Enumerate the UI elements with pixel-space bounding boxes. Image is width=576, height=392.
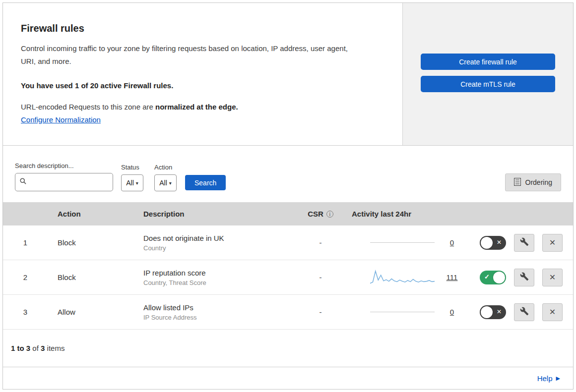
filter-bar: Search description... Status All ▾ Actio… [3,146,573,202]
items-of-label: of [32,344,39,352]
close-icon: ✕ [549,273,556,282]
rule-description: Allow listed IPs [143,303,296,312]
configure-normalization-link[interactable]: Configure Normalization [21,115,101,124]
rule-csr-value: - [296,273,345,281]
rule-description: IP reputation score [143,269,296,277]
help-link[interactable]: Help ▶ [537,374,560,383]
action-selected-value: All [159,179,167,187]
csr-column-label: CSR [308,210,323,218]
rule-action: Block [48,273,132,281]
actions-panel: Create firewall rule Create mTLS rule [402,3,573,145]
rule-action: Allow [48,308,132,316]
normalization-bold: normalized at the edge. [155,103,238,111]
ordering-list-icon [514,178,521,187]
delete-rule-button[interactable]: ✕ [542,303,563,321]
items-total: 3 [41,344,45,352]
rule-action: Block [48,238,132,247]
rule-activity-cell: 111 [345,269,464,286]
table-footer: 1 to 3 of 3 items [3,330,573,367]
rule-priority: 3 [3,308,48,316]
status-filter-group: Status All ▾ [121,164,143,191]
edit-rule-button[interactable] [514,303,534,321]
rule-enabled-toggle[interactable]: ✓ ✕ [480,305,506,319]
action-label: Action [154,164,177,171]
firewall-rules-page: Firewall rules Control incoming traffic … [2,2,574,390]
usage-text: You have used 1 of 20 active Firewall ru… [21,81,387,90]
x-icon: ✕ [497,308,502,315]
table-row: 3 Allow Allow listed IPs IP Source Addre… [3,295,573,330]
status-label: Status [121,164,143,171]
csr-column-header: CSRi [296,210,345,218]
help-bar: Help ▶ [3,367,573,389]
action-column-header: Action [48,210,132,218]
rule-controls: ✓ ✕ ✕ [464,303,573,321]
action-select[interactable]: All ▾ [154,174,177,191]
rule-priority: 1 [3,238,48,247]
activity-column-header: Activity last 24hr [345,210,464,218]
description-column-header: Description [132,210,296,218]
ordering-button-label: Ordering [525,178,552,186]
rule-description-cell: IP reputation score Country, Threat Scor… [132,269,296,286]
rule-criteria: Country, Threat Score [143,279,296,286]
edit-rule-button[interactable] [514,234,534,252]
header-text-block: Firewall rules Control incoming traffic … [3,3,402,145]
search-group: Search description... [15,162,113,191]
header-section: Firewall rules Control incoming traffic … [3,3,573,146]
activity-sparkline-flat [370,242,435,243]
chevron-right-icon: ▶ [556,375,560,382]
normalization-text: URL-encoded Requests to this zone are no… [21,103,387,111]
rule-criteria: Country [143,244,296,252]
search-input[interactable] [15,173,113,191]
rule-description-cell: Does not originate in UK Country [132,234,296,252]
rule-csr-value: - [296,308,345,316]
items-word: items [47,344,65,352]
activity-sparkline [370,269,435,286]
status-select[interactable]: All ▾ [121,174,143,191]
rule-controls: ✓ ✕ ✕ [464,269,573,286]
ordering-button[interactable]: Ordering [505,173,561,191]
rule-controls: ✓ ✕ ✕ [464,234,573,252]
rule-csr-value: - [296,238,345,247]
chevron-down-icon: ▾ [169,180,172,186]
rule-description: Does not originate in UK [143,234,296,242]
table-header-row: Action Description CSRi Activity last 24… [3,202,573,225]
page-title: Firewall rules [21,23,387,34]
rule-activity-cell: 0 [345,308,464,316]
delete-rule-button[interactable]: ✕ [542,269,563,286]
page-description: Control incoming traffic to your zone by… [21,42,363,68]
wrench-icon [520,307,529,317]
x-icon: ✕ [497,239,502,246]
rule-description-cell: Allow listed IPs IP Source Address [132,303,296,321]
delete-rule-button[interactable]: ✕ [542,234,563,252]
create-mtls-rule-button[interactable]: Create mTLS rule [421,76,555,92]
rule-criteria: IP Source Address [143,314,296,321]
table-row: 2 Block IP reputation score Country, Thr… [3,260,573,295]
create-firewall-rule-button[interactable]: Create firewall rule [421,54,555,70]
status-selected-value: All [126,179,134,187]
help-link-label: Help [537,374,553,383]
activity-count-link[interactable]: 111 [444,273,460,281]
rule-enabled-toggle[interactable]: ✓ ✕ [480,271,506,284]
edit-rule-button[interactable] [514,269,534,286]
wrench-icon [520,272,529,282]
activity-count-link[interactable]: 0 [444,308,460,316]
items-range: 1 to 3 [11,344,30,352]
activity-sparkline-flat [370,312,435,312]
action-filter-group: Action All ▾ [154,164,177,191]
close-icon: ✕ [549,307,556,317]
normalization-prefix: URL-encoded Requests to this zone are [21,103,153,111]
table-row: 1 Block Does not originate in UK Country… [3,225,573,260]
search-field[interactable] [30,178,109,186]
search-icon [19,177,27,187]
search-button[interactable]: Search [185,175,226,190]
chevron-down-icon: ▾ [136,180,138,186]
check-icon: ✓ [484,273,490,280]
search-label: Search description... [15,162,113,169]
activity-count-link[interactable]: 0 [444,238,460,247]
info-icon[interactable]: i [326,211,333,218]
rule-priority: 2 [3,273,48,281]
rule-enabled-toggle[interactable]: ✓ ✕ [480,236,506,250]
wrench-icon [520,237,529,248]
rule-activity-cell: 0 [345,238,464,247]
close-icon: ✕ [549,238,556,247]
